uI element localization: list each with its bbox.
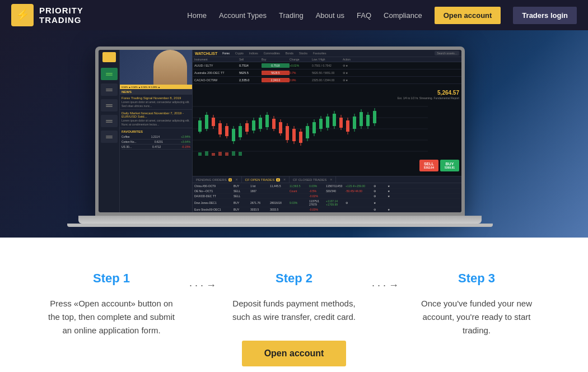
sidebar-watchlist[interactable] — [101, 68, 118, 80]
favorite-row: US 30... 0.4712 -0.15% — [122, 145, 190, 150]
step-3: Step 3 Once you've funded your new accou… — [399, 271, 554, 337]
tab-commodities[interactable]: Commodities — [262, 51, 282, 55]
watchlist-header: WATCHLIST Forex Crypto Indices Commoditi… — [193, 50, 461, 57]
trade-row: DAXIOD-DEC TT SELL -0.02% ⚙ ★ — [194, 194, 460, 199]
favorites-header: FAVOURITES — [122, 130, 190, 133]
candlestick-chart — [193, 95, 428, 157]
news-video: 0.94% ▲ 0.34% ▲ 0.56% ▼ 0.28% ▲ — [120, 50, 193, 89]
traders-login-button[interactable]: Traders login — [513, 7, 577, 24]
trade-instrument: China A50-OCT9 — [194, 184, 234, 188]
step2-text: Deposit funds payment methods, such as w… — [227, 297, 361, 324]
nav-account-types[interactable]: Account Types — [219, 11, 267, 20]
trade-row: Euro Stocks50-DEC1 BUY 3033.5 3033.5 -0.… — [194, 207, 460, 212]
nav-about[interactable]: About us — [316, 11, 344, 20]
open-trades-tab[interactable]: CF OPEN TRADES 0 × — [242, 176, 290, 183]
trade-open: 28016/18 — [270, 201, 290, 204]
news-panel: 0.94% ▲ 0.34% ▲ 0.56% ▼ 0.28% ▲ NEWS For… — [120, 50, 193, 212]
laptop-base-bottom — [67, 224, 493, 227]
open-account-bottom-button[interactable]: Open account — [242, 341, 347, 366]
tab-forex[interactable]: Forex — [221, 51, 231, 55]
sidebar-news[interactable] — [101, 83, 118, 96]
news-presenter — [153, 50, 187, 89]
close-icon[interactable]: × — [235, 178, 237, 182]
svg-rect-61 — [198, 152, 202, 156]
watchlist-tabs: Forex Crypto Indices Commodities Bonds S… — [221, 51, 328, 55]
low-high: 2325.00 / 2344.00 — [312, 78, 343, 82]
col-instrument: Instrument — [194, 58, 239, 61]
trade-star-icon[interactable]: ★ — [388, 208, 402, 211]
trade-close-icon[interactable]: ⚙ — [346, 201, 374, 204]
buy-button[interactable]: BUY 5369.81 — [440, 160, 459, 171]
close-icon[interactable]: × — [330, 178, 332, 182]
trade-pnl: -0.02% — [309, 194, 326, 198]
instrument-name: Australia 200-DEC TT — [194, 71, 239, 75]
tab-crypto[interactable]: Crypto — [234, 51, 245, 55]
action-icons[interactable]: ⚙ ★ — [343, 78, 360, 82]
watchlist-row: CACAO-OCT9W 2,335.0 2,340.0 0.9% 2325.00… — [193, 77, 461, 84]
closed-trades-tab[interactable]: CF CLOSED TRADES × — [290, 176, 336, 183]
step2-content: Step 2 Deposit funds payment methods, su… — [227, 271, 361, 366]
trade-star-icon[interactable]: ★ — [388, 184, 402, 188]
trade-type: BUY — [234, 201, 250, 204]
trade-close-icon[interactable]: ⚙ — [374, 184, 388, 188]
trade-star-icon[interactable]: ★ — [374, 201, 388, 204]
trade-instrument: Dow Jones-DEC1 — [194, 201, 234, 204]
fav-name: Cotton No... — [122, 140, 137, 143]
trade-star-icon[interactable]: ★ — [388, 194, 402, 198]
laptop-body: 0.94% ▲ 0.34% ▲ 0.56% ▼ 0.28% ▲ NEWS For… — [95, 46, 465, 216]
trade-tp: 320/340 — [326, 189, 346, 193]
trade-close-icon[interactable]: ⚙ — [374, 208, 388, 211]
fav-value: 0.6231 — [155, 140, 163, 143]
nav-trading[interactable]: Trading — [279, 11, 304, 20]
watchlist-table-header: Instrument Sell Buy Change Low / High Ac… — [193, 57, 461, 62]
tab-stocks[interactable]: Stocks — [297, 51, 309, 55]
arrow-icon-1: · · · → — [189, 280, 216, 291]
trade-star-icon[interactable]: ★ — [388, 189, 402, 193]
svg-text:⚡: ⚡ — [16, 8, 30, 21]
trades-count: 0 — [276, 178, 280, 182]
trades-bottom-panel: PENDING ORDERS 0 × CF OPEN TRADES 0 × — [193, 176, 461, 212]
trade-pnl: -0.03% — [309, 208, 326, 211]
news-item-1: Forex Trading Signal November 8, 2019 Lo… — [120, 95, 192, 110]
trade-instrument: OE No—OCT1 — [194, 189, 234, 193]
sidebar-charts[interactable] — [101, 99, 118, 111]
sell-buy-buttons: SELL 5362.64 BUY 5369.81 — [419, 160, 459, 171]
laptop-mockup: 0.94% ▲ 0.34% ▲ 0.56% ▼ 0.28% ▲ NEWS For… — [95, 46, 493, 227]
trade-pnl: 11375/1 27679 — [309, 199, 326, 206]
nav-compliance[interactable]: Compliance — [384, 11, 422, 20]
tab-indices[interactable]: Indices — [248, 51, 260, 55]
action-icons[interactable]: ⚙ ★ — [343, 71, 360, 75]
nav-faq[interactable]: FAQ — [357, 11, 371, 20]
steps-section: Step 1 Press «Open account» button on th… — [0, 238, 588, 372]
platform-logo — [102, 52, 116, 62]
tab-bonds[interactable]: Bonds — [284, 51, 295, 55]
trade-close-icon[interactable]: ⚙ — [374, 189, 388, 193]
sidebar-account[interactable] — [101, 131, 118, 143]
watchlist-search[interactable]: Search assets... — [435, 51, 459, 55]
change-value: +0.02% — [290, 64, 312, 67]
open-account-button[interactable]: Open account — [435, 7, 501, 24]
sidebar-orders[interactable] — [101, 115, 118, 127]
arrow-icon-2: · · · → — [372, 280, 399, 291]
favorites-section: FAVOURITES Coffee 1.2114 +2.84% Cotton N… — [120, 128, 192, 151]
fav-change: +2.84% — [181, 135, 190, 138]
svg-rect-67 — [239, 152, 242, 156]
trade-row: China A50-OCT9 BUY 1 lot 11,445.5 11,563… — [194, 184, 460, 189]
trade-close-icon[interactable]: ⚙ — [374, 194, 388, 198]
nav-home[interactable]: Home — [187, 11, 207, 20]
close-icon[interactable]: × — [283, 178, 286, 182]
favorite-row: Cotton No... 0.6231 +3.64% — [122, 140, 190, 145]
news-item-title: Forex Trading Signal November 8, 2019 — [122, 96, 190, 100]
sidebar-dot — [106, 90, 113, 91]
change-value: 0.7% — [290, 71, 312, 75]
pending-orders-tab[interactable]: PENDING ORDERS 0 × — [193, 176, 242, 183]
orders-count: 0 — [228, 178, 232, 182]
sidebar-dot — [106, 120, 113, 121]
trade-type: SELL — [234, 189, 250, 193]
tab-favourites[interactable]: Favourites — [311, 51, 328, 55]
sidebar-dot — [106, 89, 113, 90]
action-icons[interactable]: ⚙ ★ — [343, 64, 360, 67]
fav-name: Coffee — [122, 135, 130, 138]
laptop-base — [78, 216, 482, 224]
sell-button[interactable]: SELL 5362.64 — [419, 160, 438, 171]
